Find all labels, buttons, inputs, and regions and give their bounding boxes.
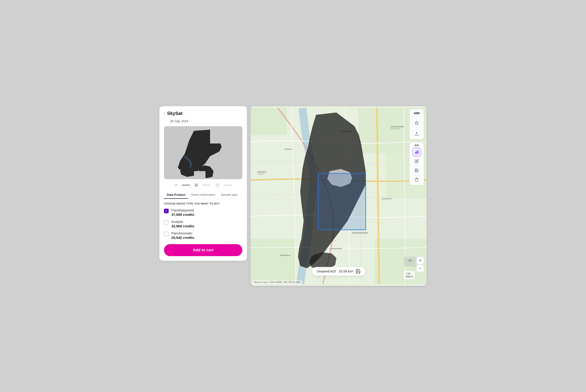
- product-info-analytic: Analytic 32,969 credits: [172, 220, 194, 228]
- map-panel[interactable]: ADD: [250, 106, 426, 286]
- svg-rect-12: [257, 171, 266, 172]
- svg-rect-18: [352, 232, 368, 234]
- product-name-pansharpened: Pansharpened: [172, 208, 194, 212]
- svg-rect-13: [257, 174, 264, 174]
- product-list: Pansharpened 37,509 credits Analytic 32,…: [164, 208, 242, 240]
- panel-date: 28 July 2024: [170, 119, 242, 123]
- nav-image-icon[interactable]: 🖼: [195, 183, 198, 187]
- nav-undo-icon[interactable]: ↺: [174, 183, 177, 187]
- draw-icon-btn[interactable]: [412, 157, 421, 166]
- nav-pill-3: [224, 184, 232, 186]
- zoom-in-button[interactable]: +: [416, 257, 424, 264]
- svg-rect-25: [318, 174, 366, 230]
- product-credits-panchromatic: 25,542 credits: [172, 236, 194, 240]
- svg-rect-32: [416, 151, 417, 154]
- add-to-cart-button[interactable]: Add to cart: [164, 244, 242, 256]
- svg-rect-33: [418, 150, 418, 154]
- svg-rect-5: [194, 171, 206, 178]
- back-button[interactable]: ‹: [164, 112, 165, 116]
- chart-icon-btn[interactable]: [412, 148, 421, 156]
- product-credits-pansharpened: 37,509 credits: [172, 212, 194, 216]
- svg-rect-21: [330, 248, 342, 249]
- product-name-panchromatic: Panchromatic: [172, 231, 194, 235]
- zoom-out-button[interactable]: −: [416, 265, 424, 272]
- tab-scene-info[interactable]: Scene Information: [188, 191, 218, 199]
- tabs: Data Product Scene Information Sample da…: [164, 191, 242, 199]
- zoom-controls: + −: [416, 257, 424, 272]
- svg-rect-20: [280, 255, 290, 256]
- product-panchromatic: Panchromatic 25,542 credits: [164, 231, 242, 240]
- upload-icon-btn[interactable]: [412, 130, 421, 138]
- svg-rect-28: [409, 259, 412, 262]
- nav-pill-1: [182, 184, 190, 186]
- tab-data-product[interactable]: Data Product: [164, 191, 188, 199]
- checkbox-analytic[interactable]: [164, 220, 168, 225]
- favorite-icon-btn[interactable]: [412, 118, 421, 127]
- aoi-info-bar: Unsaved AOI: 53.58 km²: [312, 267, 365, 276]
- nav-pill-2: [202, 184, 211, 186]
- product-analytic: Analytic 32,969 credits: [164, 220, 242, 228]
- aoi-info-area: 53.58 km²: [339, 270, 353, 273]
- product-info-panchromatic: Panchromatic 25,542 credits: [172, 231, 194, 240]
- thumbnail-container: [164, 126, 242, 179]
- svg-rect-17: [390, 128, 400, 129]
- toolbar-group-aoi: AOI: [410, 142, 424, 185]
- aoi-save-icon[interactable]: [356, 269, 360, 274]
- product-pansharpened: Pansharpened 37,509 credits: [164, 208, 242, 216]
- checkbox-pansharpened[interactable]: [164, 209, 168, 213]
- scale-km: 1 km: [406, 272, 413, 275]
- checkbox-panchromatic[interactable]: [164, 232, 168, 236]
- scale-bar: 1 km 5000 ft: [404, 271, 414, 279]
- panel-header: ‹ SkySat: [164, 111, 242, 116]
- aoi-label: AOI: [414, 144, 420, 147]
- svg-marker-29: [415, 122, 418, 124]
- product-name-analytic: Analytic: [172, 220, 194, 224]
- image-nav: ↺ 🖼 🕐: [164, 182, 242, 188]
- svg-rect-19: [382, 198, 392, 200]
- product-info-pansharpened: Pansharpened 37,509 credits: [172, 208, 194, 216]
- nav-clock-icon[interactable]: 🕐: [215, 183, 219, 187]
- svg-rect-14: [284, 148, 292, 150]
- svg-rect-31: [415, 152, 416, 154]
- aoi-info-label: Unsaved AOI:: [317, 270, 336, 273]
- save-icon-btn[interactable]: [412, 166, 421, 175]
- tab-sample-data[interactable]: Sample data: [218, 191, 240, 199]
- svg-rect-16: [390, 126, 404, 127]
- section-label: CHOOSE IMAGE TYPE YOU WANT TO BUY: [164, 202, 242, 205]
- svg-rect-10: [250, 239, 296, 284]
- svg-rect-2: [210, 130, 222, 144]
- map-toolbar: ADD: [410, 109, 424, 185]
- left-panel: ‹ SkySat 28 July 2024: [160, 106, 247, 261]
- scale-ft: 5000 ft: [406, 275, 413, 278]
- add-button[interactable]: ADD: [411, 110, 423, 116]
- map-attribution: Terms of use © 2024 HERE, DEUTSCHLAND: [252, 280, 302, 284]
- map-container[interactable]: ADD: [250, 106, 426, 286]
- panel-title: SkySat: [167, 111, 182, 116]
- product-credits-analytic: 32,969 credits: [172, 224, 194, 228]
- toolbar-group-add: ADD: [410, 109, 424, 139]
- delete-icon-btn[interactable]: [412, 175, 421, 184]
